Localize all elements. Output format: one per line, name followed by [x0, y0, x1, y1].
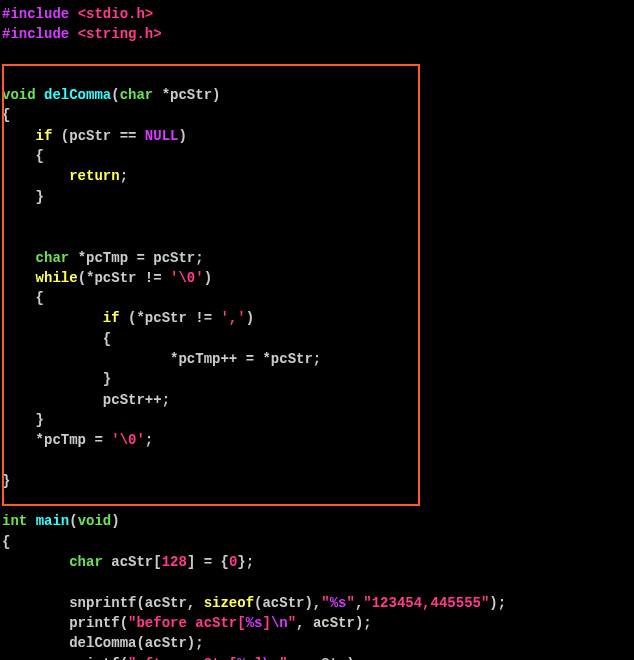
- identifier: );: [489, 595, 506, 611]
- preproc-token: #include: [2, 26, 69, 42]
- identifier: *pcTmp =: [36, 432, 112, 448]
- paren: (*pcStr !=: [120, 310, 221, 326]
- identifier: , acStr);: [296, 615, 372, 631]
- type-keyword: int: [2, 513, 27, 529]
- null-keyword: NULL: [145, 128, 179, 144]
- type-keyword: char: [36, 250, 70, 266]
- code-line: printf("before acStr[%s]\n", acStr);: [2, 613, 632, 633]
- include-path: <string.h>: [78, 26, 162, 42]
- type-keyword: void: [78, 513, 112, 529]
- blank-line: [2, 45, 632, 65]
- blank-line: [2, 65, 632, 85]
- identifier: *pcStr !=: [86, 270, 170, 286]
- code-line: char acStr[128] = {0};: [2, 552, 632, 572]
- blank-line: [2, 207, 632, 227]
- string-literal: ": [321, 595, 329, 611]
- string-literal: ": [288, 615, 296, 631]
- blank-line: [2, 572, 632, 592]
- code-line: #include <string.h>: [2, 24, 632, 44]
- identifier: delComma(acStr);: [69, 635, 203, 651]
- code-line: snprintf(acStr, sizeof(acStr),"%s","1234…: [2, 593, 632, 613]
- format-spec: %s: [237, 656, 254, 661]
- code-line: char *pcTmp = pcStr;: [2, 248, 632, 268]
- code-line: pcStr++;: [2, 390, 632, 410]
- identifier: *pcTmp++ = *pcStr;: [170, 351, 321, 367]
- char-literal: '\0': [170, 270, 204, 286]
- code-line: }: [2, 471, 632, 491]
- code-line: {: [2, 105, 632, 125]
- format-spec: %s: [246, 615, 263, 631]
- flow-keyword: sizeof: [204, 595, 254, 611]
- blank-line: [2, 491, 632, 511]
- type-keyword: char: [69, 554, 103, 570]
- flow-keyword: if: [103, 310, 120, 326]
- escape-seq: \n: [262, 656, 279, 661]
- code-line: {: [2, 532, 632, 552]
- code-line: }: [2, 369, 632, 389]
- char-literal: '\0': [111, 432, 145, 448]
- blank-line: [2, 451, 632, 471]
- code-line: return;: [2, 166, 632, 186]
- code-line: if (pcStr == NULL): [2, 126, 632, 146]
- string-literal: ": [347, 595, 355, 611]
- identifier: , acStr);: [288, 656, 364, 661]
- code-line: }: [2, 410, 632, 430]
- string-literal: "123454,445555": [363, 595, 489, 611]
- escape-seq: \n: [271, 615, 288, 631]
- string-literal: "before acStr[: [128, 615, 246, 631]
- code-line: #include <stdio.h>: [2, 4, 632, 24]
- include-path: <stdio.h>: [78, 6, 154, 22]
- code-line: {: [2, 146, 632, 166]
- func-name: delComma: [44, 87, 111, 103]
- code-line: delComma(acStr);: [2, 633, 632, 653]
- flow-keyword: return: [69, 168, 119, 184]
- code-line: {: [2, 288, 632, 308]
- func-name: main: [36, 513, 70, 529]
- identifier: printf(: [69, 656, 128, 661]
- identifier: (acStr),: [254, 595, 321, 611]
- code-line: if (*pcStr != ','): [2, 308, 632, 328]
- char-literal: ',': [220, 310, 245, 326]
- string-literal: ]: [262, 615, 270, 631]
- code-line: *pcTmp = '\0';: [2, 430, 632, 450]
- code-editor: #include <stdio.h> #include <string.h> v…: [0, 0, 634, 660]
- paren: ): [246, 310, 254, 326]
- identifier: ] = {: [187, 554, 229, 570]
- identifier: };: [237, 554, 254, 570]
- string-literal: "after acStr[: [128, 656, 237, 661]
- code-line: printf("after acStr[%s]\n", acStr);: [2, 654, 632, 661]
- identifier: acStr[: [111, 554, 161, 570]
- type-keyword: char: [120, 87, 154, 103]
- identifier: snprintf(acStr,: [69, 595, 203, 611]
- code-line: *pcTmp++ = *pcStr;: [2, 349, 632, 369]
- code-line: }: [2, 187, 632, 207]
- format-spec: %s: [330, 595, 347, 611]
- blank-line: [2, 227, 632, 247]
- code-line: int main(void): [2, 511, 632, 531]
- identifier: *pcTmp = pcStr;: [78, 250, 204, 266]
- code-line: while(*pcStr != '\0'): [2, 268, 632, 288]
- identifier: printf(: [69, 615, 128, 631]
- flow-keyword: if: [36, 128, 53, 144]
- code-line: void delComma(char *pcStr): [2, 85, 632, 105]
- identifier: pcStr++;: [103, 392, 170, 408]
- num-literal: 128: [162, 554, 187, 570]
- string-literal: ": [279, 656, 287, 661]
- code-line: {: [2, 329, 632, 349]
- identifier: *pcStr: [162, 87, 212, 103]
- type-keyword: void: [2, 87, 36, 103]
- flow-keyword: while: [36, 270, 78, 286]
- semicolon: ;: [145, 432, 153, 448]
- preproc-token: #include: [2, 6, 69, 22]
